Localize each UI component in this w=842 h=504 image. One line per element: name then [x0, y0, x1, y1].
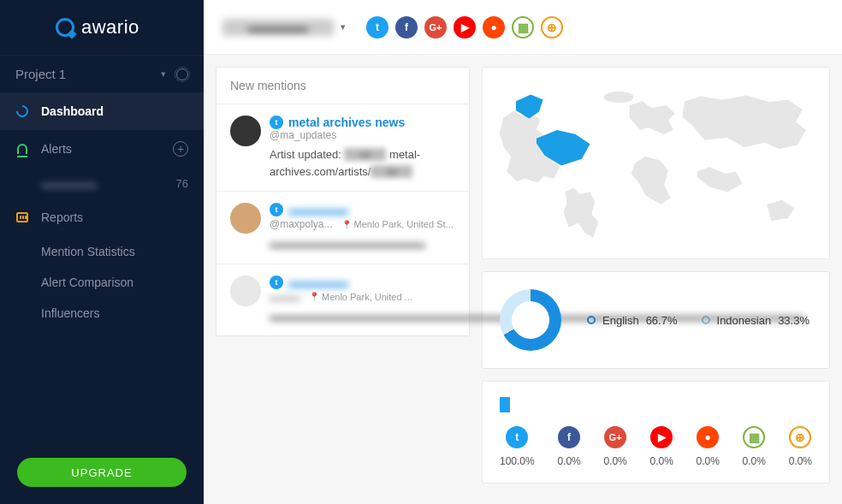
sidebar: awario Project 1 ▾ Dashboard Alerts + ▬▬…	[0, 0, 204, 504]
avatar	[230, 276, 261, 306]
reddit-icon: ●	[697, 426, 719, 448]
alert-dropdown-label: ▬▬▬▬▬	[222, 19, 334, 36]
twitter-icon: t	[506, 426, 528, 448]
source-col-youtube: ▶0.0%	[649, 426, 673, 467]
mention-item[interactable]: t ▬▬▬▬▬ ▬▬▬ 📍Menlo Park, United ... ▬▬▬▬…	[216, 264, 469, 336]
source-value: 0.0%	[789, 455, 812, 467]
nav-label: Dashboard	[41, 104, 104, 118]
mention-item[interactable]: t ▬▬▬▬▬ @maxpolya... 📍Menlo Park, United…	[216, 192, 469, 264]
svg-point-0	[604, 92, 634, 103]
mention-author: ▬▬▬▬▬	[288, 276, 348, 289]
googleplus-icon: G+	[604, 426, 626, 448]
sources-bar-chart	[500, 397, 812, 412]
pin-icon: 📍	[341, 220, 352, 229]
language-donut-chart	[500, 289, 561, 351]
topbar: ▬▬▬▬▬ ▾ t f G+ ▶ ● ▦ ⊕	[204, 0, 842, 55]
card-title: New mentions	[216, 68, 469, 104]
mention-handle: @ma_updates	[270, 129, 455, 141]
source-value: 0.0%	[557, 455, 580, 467]
source-col-twitter: t100.0%	[500, 426, 535, 467]
nav-label: Alerts	[41, 142, 72, 156]
avatar	[230, 116, 261, 146]
twitter-icon: t	[270, 116, 283, 129]
source-col-googleplus: G+0.0%	[603, 426, 626, 467]
geo-map-card	[482, 67, 830, 259]
source-col-facebook: f0.0%	[557, 426, 580, 467]
news-icon: ▦	[743, 426, 765, 448]
logo-text: awario	[81, 16, 139, 39]
project-name: Project 1	[15, 67, 66, 81]
youtube-icon[interactable]: ▶	[454, 16, 476, 39]
source-value: 0.0%	[697, 455, 720, 467]
twitter-icon[interactable]: t	[366, 16, 388, 39]
source-col-news: ▦0.0%	[743, 426, 766, 467]
upgrade-button[interactable]: UPGRADE	[17, 458, 187, 487]
source-value: 100.0%	[500, 455, 535, 467]
gear-icon[interactable]	[176, 68, 188, 80]
alert-item-name: ▬▬▬▬▬	[41, 177, 97, 190]
twitter-icon: t	[270, 203, 283, 216]
web-icon: ⊕	[789, 426, 811, 448]
web-icon[interactable]: ⊕	[541, 16, 563, 39]
nav-reports[interactable]: Reports	[0, 199, 204, 236]
news-icon[interactable]: ▦	[512, 16, 534, 39]
mention-text: ▬▬▬▬▬▬▬▬▬▬▬▬▬▬	[270, 235, 455, 252]
logo-icon	[56, 18, 74, 37]
alert-count: 76	[176, 177, 188, 190]
mention-handle: @maxpolya...	[270, 218, 333, 230]
mention-location: 📍Menlo Park, United St...	[341, 219, 454, 229]
nav-label: Reports	[41, 210, 83, 224]
chevron-down-icon[interactable]: ▾	[161, 68, 166, 80]
source-col-reddit: ●0.0%	[697, 426, 720, 467]
mention-text: Artist updated: xx metal-archives.com/ar…	[270, 146, 455, 180]
source-value: 0.0%	[649, 455, 673, 467]
bell-icon	[15, 142, 29, 156]
nav-dashboard[interactable]: Dashboard	[0, 92, 204, 130]
chevron-down-icon: ▾	[341, 21, 346, 33]
mention-author: metal archives news	[288, 116, 405, 129]
facebook-icon[interactable]: f	[395, 16, 418, 39]
googleplus-icon[interactable]: G+	[424, 16, 447, 39]
source-col-web: ⊕0.0%	[789, 426, 812, 467]
mention-location: 📍Menlo Park, United ...	[309, 292, 412, 302]
source-value: 0.0%	[743, 455, 766, 467]
sub-alert-comparison[interactable]: Alert Comparison	[0, 267, 204, 298]
pin-icon: 📍	[309, 292, 319, 301]
reddit-icon[interactable]: ●	[483, 16, 505, 39]
alert-item[interactable]: ▬▬▬▬▬ 76	[0, 168, 204, 199]
sub-influencers[interactable]: Influencers	[0, 298, 204, 329]
main: ▬▬▬▬▬ ▾ t f G+ ▶ ● ▦ ⊕ New mentions	[204, 0, 842, 504]
sources-card: t100.0% f0.0% G+0.0% ▶0.0% ●0.0% ▦0.0% ⊕…	[482, 381, 830, 483]
nav-alerts[interactable]: Alerts +	[0, 130, 204, 168]
mention-text: ▬▬▬▬▬▬▬▬▬▬▬▬▬▬▬▬▬▬▬▬▬▬▬▬▬▬▬▬▬▬▬▬▬▬▬▬▬▬▬▬…	[270, 308, 455, 325]
youtube-icon: ▶	[650, 426, 673, 448]
mention-author: ▬▬▬▬▬	[288, 203, 348, 216]
sub-mention-statistics[interactable]: Mention Statistics	[0, 236, 204, 267]
alert-dropdown[interactable]: ▬▬▬▬▬ ▾	[222, 19, 346, 36]
project-selector[interactable]: Project 1 ▾	[0, 55, 204, 92]
facebook-icon: f	[558, 426, 580, 448]
new-mentions-card: New mentions t metal archives news @ma_u…	[216, 67, 470, 336]
mention-handle: ▬▬▬	[270, 291, 300, 303]
add-alert-button[interactable]: +	[173, 141, 188, 157]
dashboard-icon	[15, 104, 29, 118]
reports-icon	[15, 210, 29, 224]
source-value: 0.0%	[603, 455, 626, 467]
logo: awario	[0, 0, 204, 55]
twitter-icon: t	[270, 276, 283, 289]
world-map	[491, 76, 821, 250]
avatar	[230, 203, 261, 234]
source-filters: t f G+ ▶ ● ▦ ⊕	[366, 16, 563, 39]
mention-item[interactable]: t metal archives news @ma_updates Artist…	[216, 104, 469, 192]
